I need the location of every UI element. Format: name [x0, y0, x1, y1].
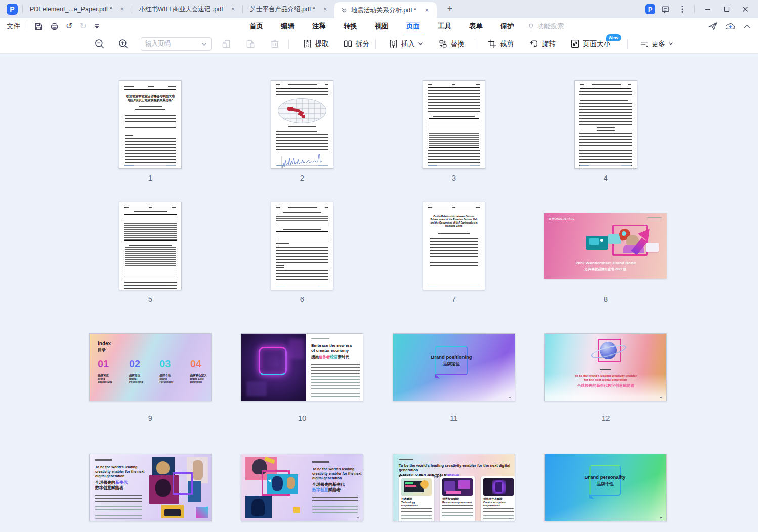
menu-page[interactable]: 页面	[406, 19, 420, 33]
insert-label: 插入	[401, 39, 415, 49]
page-6-thumbnail[interactable]	[271, 202, 333, 290]
page-15-thumbnail[interactable]: To be the world's leading creativity ena…	[393, 454, 515, 521]
kebab-menu-icon[interactable]	[676, 3, 689, 15]
toolbar-options-icon[interactable]	[94, 23, 100, 30]
creator-title-zh: 拥抱创作者经济新时代	[311, 354, 358, 360]
cloud-upload-icon[interactable]	[726, 22, 735, 31]
page-2-thumbnail[interactable]	[271, 80, 333, 169]
print-icon[interactable]	[50, 22, 59, 31]
split-button[interactable]: 拆分	[343, 39, 369, 49]
minimize-button[interactable]	[700, 3, 715, 16]
page-16-thumbnail[interactable]: Brand personality 品牌个性	[544, 454, 667, 521]
tab-earthquake-active[interactable]: 地震活动关系分析.pdf * ×	[334, 2, 437, 18]
feedback-icon[interactable]	[659, 3, 672, 15]
page-13-thumbnail[interactable]: To be the world's leading creativity ena…	[89, 454, 212, 521]
page-8-thumbnail[interactable]: W WONDERSHARE 2022 Wonde	[544, 213, 667, 279]
undo-icon[interactable]: ↺	[66, 22, 72, 30]
more-button[interactable]: 更多	[640, 39, 673, 49]
zoom-in-icon[interactable]	[118, 38, 129, 49]
pdfelement-badge-icon[interactable]: P	[645, 4, 655, 14]
crop-button[interactable]: 裁剪	[487, 39, 514, 49]
vision14-en-2: creativity enabler for the next	[312, 471, 362, 476]
close-window-button[interactable]	[738, 3, 753, 16]
tab-bar: P PDFelement_...e_Paper.pdf * × 小红书WILL商…	[0, 0, 758, 18]
page-9-thumbnail[interactable]: Index 目录 01 品牌背景 Brand Background 02 品牌定…	[89, 333, 212, 401]
tab-pdfelement-paper[interactable]: PDFelement_...e_Paper.pdf * ×	[23, 0, 132, 18]
page-thumbnail-cell: To be the world's leading creativity ena…	[226, 454, 378, 521]
menu-edit[interactable]: 编辑	[280, 19, 295, 33]
index-label-en: Brand Core Definition	[190, 377, 211, 383]
tab-close-icon[interactable]: ×	[118, 5, 127, 13]
menu-form[interactable]: 表单	[469, 19, 483, 33]
menu-tools[interactable]: 工具	[437, 19, 452, 33]
page-thumbnail-cell: 3	[378, 80, 530, 169]
tab-label: 小红书WILL商业大会速记 .pdf	[139, 5, 223, 14]
card-title-zh: 创作者生态赋能	[483, 497, 514, 501]
feature-search[interactable]: 功能搜索	[527, 22, 564, 31]
photo-collage	[244, 457, 305, 518]
tab-close-icon[interactable]: ×	[423, 6, 431, 14]
page-thumbnail-cell: Embrace the new era of creator economy 拥…	[226, 333, 378, 401]
page-14-thumbnail[interactable]: To be the world's leading creativity ena…	[241, 454, 363, 521]
more-label: 更多	[652, 39, 665, 49]
page-number-input[interactable]: 输入页码	[141, 37, 212, 51]
file-menu-button[interactable]: 文件	[0, 22, 27, 31]
extract-button[interactable]: 提取	[303, 39, 329, 49]
index-label-zh: 品牌核心定义	[190, 374, 211, 377]
page-number: 11	[378, 414, 530, 422]
index-number: 04	[190, 358, 211, 370]
replace-button[interactable]: 替换	[438, 39, 465, 49]
menu-home[interactable]: 首页	[249, 19, 264, 33]
insert-button[interactable]: 插入	[389, 39, 423, 49]
share-icon[interactable]	[708, 22, 718, 31]
tab-xiaohongshu[interactable]: 小红书WILL商业大会速记 .pdf ×	[132, 0, 242, 18]
page-size-button[interactable]: 页面大小 New	[570, 39, 610, 49]
menu-comment[interactable]: 注释	[312, 19, 326, 33]
app-logo-icon[interactable]: P	[7, 4, 18, 15]
page-4-thumbnail[interactable]	[574, 80, 637, 169]
speech-bubble-outline: Brand personality 品牌个性	[589, 465, 621, 496]
zoom-out-icon[interactable]	[94, 38, 105, 49]
paper-table	[124, 214, 177, 241]
empowerment-card: 创作者生态赋能 Creator ecosystem empowerment	[481, 476, 515, 521]
page-thumbnail-cell: To be the world's leading creativity ena…	[74, 454, 226, 521]
tab-zhishi[interactable]: 芝士平台产品介绍.pdf * ×	[243, 0, 334, 18]
maximize-button[interactable]	[719, 3, 734, 16]
page-5-thumbnail[interactable]	[119, 202, 182, 290]
save-icon[interactable]	[34, 22, 43, 31]
card-title-zh: 创意资源赋能	[442, 497, 473, 501]
page-thumbnail-cell: Index 目录 01 品牌背景 Brand Background 02 品牌定…	[74, 333, 226, 401]
menu-protect[interactable]: 保护	[500, 19, 515, 33]
page-3-thumbnail[interactable]	[423, 80, 485, 169]
page-number: 12	[530, 414, 682, 422]
rotate-button[interactable]: 旋转	[529, 39, 556, 49]
page-thumbnail-cell: W WONDERSHARE 2022 Wonde	[530, 202, 682, 279]
pdfelement-window: P PDFelement_...e_Paper.pdf * × 小红书WILL商…	[0, 0, 758, 532]
menu-convert[interactable]: 转换	[343, 19, 358, 33]
page-1-thumbnail[interactable]: 欧亚地震带地震活动增强与中国大陆 地区7级以上地震发生的关系分析*	[119, 80, 182, 169]
chevron-down-icon[interactable]	[201, 42, 207, 46]
insert-page-after-icon	[245, 39, 256, 49]
redo-icon[interactable]: ↻	[79, 22, 86, 30]
paper-table	[276, 216, 328, 225]
new-tab-button[interactable]: +	[444, 3, 456, 15]
page-11-thumbnail[interactable]: Brand positioning 品牌定位	[393, 333, 515, 401]
page-number: 1	[74, 173, 226, 182]
page-number: 8	[530, 295, 682, 303]
page-12-thumbnail[interactable]: To be the world's leading creativity ena…	[544, 333, 667, 401]
tab-close-icon[interactable]: ×	[229, 5, 237, 13]
vision13-en-1: To be the world's leading	[95, 465, 145, 469]
replace-label: 替换	[451, 39, 465, 49]
index-label-en: Brand Positioning	[129, 377, 146, 383]
collapse-toolbar-icon[interactable]	[743, 23, 751, 29]
index-item: 03 品牌个性 Brand Personality	[159, 358, 177, 383]
tab-close-icon[interactable]: ×	[321, 5, 329, 13]
page-10-thumbnail[interactable]: Embrace the new era of creator economy 拥…	[241, 333, 363, 401]
page-7-thumbnail[interactable]: On the Relationship between Seismic Enha…	[423, 202, 485, 290]
window-divider	[694, 5, 695, 13]
menu-view[interactable]: 视图	[374, 19, 389, 33]
page-number: 7	[378, 295, 530, 303]
page-number: 2	[226, 173, 378, 182]
empowerment-card: 创意资源赋能 Resource empowerment	[440, 476, 475, 521]
vision13-en-2: creativity enabler for the next	[95, 469, 145, 474]
